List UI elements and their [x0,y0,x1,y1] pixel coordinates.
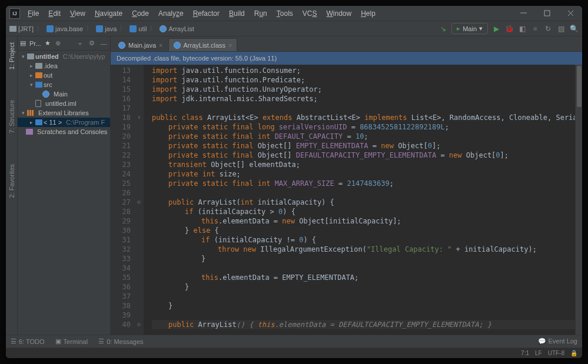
decompiled-banner: Decompiled .class file, bytecode version… [111,52,582,65]
tree-out-folder[interactable]: ▸out [18,71,110,80]
lock-icon[interactable]: 🔒 [570,350,577,356]
line-separator[interactable]: LF [535,350,542,356]
caret-position[interactable]: 7:1 [521,350,529,356]
title-bar: IJ FFileile Edit View Navigate Code Anal… [6,6,582,21]
menu-code[interactable]: Code [128,8,153,19]
menu-analyze[interactable]: Analyze [154,8,188,19]
scrollbar-thumb[interactable] [577,66,582,107]
sidebar-title: Pr... [29,40,41,47]
gutter-marks: ⬇ ⊖ ⊖ [134,65,144,335]
navigation-bar: [JRT]〉 java.base〉 java〉 util〉 ArrayList … [6,21,582,36]
update-icon[interactable]: ↻ [543,24,553,34]
settings-icon[interactable]: ⚙ [88,39,96,48]
tree-jdk[interactable]: ▸< 11 > C:\Program F [18,118,110,127]
code-content[interactable]: import java.util.function.Consumer; impo… [144,65,575,335]
close-icon[interactable]: × [159,42,162,49]
app-icon: IJ [9,8,20,19]
menu-file[interactable]: FFileile [24,8,43,19]
coverage-icon[interactable]: ◧ [517,24,527,34]
crumb-javabase[interactable]: java.base〉 [46,24,94,33]
hide-icon[interactable]: — [99,39,108,48]
window-minimize-button[interactable] [511,6,535,21]
code-editor[interactable]: 13141516 17181920 21222324 25262728 2930… [111,65,582,335]
status-todo[interactable]: ☰6: TODO [11,338,45,345]
menu-build[interactable]: Build [225,8,249,19]
tool-window-bar: 1: Project 7: Structure 2: Favorites [6,36,18,335]
crumb-util[interactable]: util〉 [129,24,157,33]
collapse-icon[interactable]: ÷ [76,39,84,48]
status-bar: ☰6: TODO ▣Terminal ☰0: Messages 💬 Event … [6,335,582,348]
window-maximize-button[interactable] [535,6,559,21]
tree-iml-file[interactable]: untitled.iml [18,99,110,108]
menu-view[interactable]: View [66,8,89,19]
debug-icon[interactable]: 🐞 [504,24,514,34]
tool-tab-project[interactable]: 1: Project [7,39,16,73]
locate-icon[interactable]: ⊕ [54,39,62,48]
fold-mark-icon[interactable]: ⊖ [134,198,144,207]
tab-arraylist-class[interactable]: ArrayList.class× [168,38,238,51]
line-gutter: 13141516 17181920 21222324 25262728 2930… [111,65,134,335]
menu-tools[interactable]: Tools [273,8,297,19]
tree-src-folder[interactable]: ▾src [18,80,110,89]
tree-scratches[interactable]: Scratches and Consoles [18,127,110,136]
status-messages[interactable]: ☰0: Messages [98,338,143,345]
breadcrumb: [JRT]〉 java.base〉 java〉 util〉 ArrayList [9,24,194,33]
status-event-log[interactable]: 💬 Event Log [538,338,577,345]
tool-tab-structure[interactable]: 7: Structure [7,96,16,137]
menu-vcs[interactable]: VCS [298,8,321,19]
build-icon[interactable]: ↘ [438,24,448,34]
run-icon[interactable]: ▶ [491,24,501,34]
project-sidebar: ▤Pr...★ ⊕ ÷ ⚙ — ▾untitled C:\Users\pylyp… [18,36,111,335]
override-mark-icon[interactable]: ⬇ [134,113,144,122]
tree-idea-folder[interactable]: ▸.idea [18,61,110,71]
tree-external-libraries[interactable]: ▾ External Libraries [18,108,110,118]
svg-rect-0 [544,11,550,16]
run-configuration-selector[interactable]: ▸ Main ▾ [451,23,488,34]
crumb-arraylist[interactable]: ArrayList [160,25,194,32]
menu-window[interactable]: Window [322,8,356,19]
tool-tab-favorites[interactable]: 2: Favorites [7,161,16,201]
status-terminal[interactable]: ▣Terminal [55,338,88,345]
menu-help[interactable]: Help [357,8,380,19]
dropdown-icon: ▾ [479,25,483,32]
crumb-java[interactable]: java〉 [96,24,127,33]
search-everywhere-icon[interactable]: 🔍 [569,24,579,34]
menu-navigate[interactable]: Navigate [91,8,127,19]
project-tree: ▾untitled C:\Users\pylyp ▸.idea ▸out ▾sr… [18,51,110,335]
editor-tabs: Main.java× ArrayList.class× [111,36,582,52]
crumb-jrt[interactable]: [JRT]〉 [9,24,44,33]
close-icon[interactable]: × [228,42,232,49]
menu-run[interactable]: Run [250,8,271,19]
tab-main-java[interactable]: Main.java× [113,38,168,51]
run-config-label: Main [463,25,477,32]
fold-mark-icon[interactable]: ⊖ [134,320,144,329]
sidebar-header: ▤Pr...★ ⊕ ÷ ⚙ — [18,36,110,51]
stop-icon[interactable]: ■ [530,24,540,34]
footer-bar: 7:1 LF UTF-8 🔒 [6,348,582,358]
tree-main-class[interactable]: Main [18,89,110,99]
main-menu: FFileile Edit View Navigate Code Analyze… [24,8,380,19]
editor-area: Main.java× ArrayList.class× Decompiled .… [111,36,582,335]
project-structure-icon[interactable]: ▤ [556,24,566,34]
file-encoding[interactable]: UTF-8 [548,350,564,356]
menu-edit[interactable]: Edit [44,8,65,19]
vertical-scrollbar[interactable] [575,65,582,335]
tree-project-root[interactable]: ▾untitled C:\Users\pylyp [18,52,110,61]
menu-refactor[interactable]: Refactor [189,8,224,19]
window-close-button[interactable] [559,6,582,21]
